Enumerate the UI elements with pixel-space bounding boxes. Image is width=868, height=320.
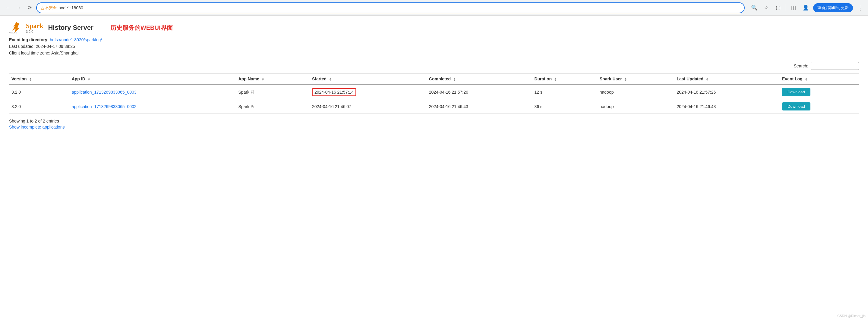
sort-arrows-completed[interactable]: ▲▼ bbox=[453, 77, 456, 81]
annotation-text: 历史服务的WEBUI界面 bbox=[110, 24, 173, 32]
col-completed: Completed ▲▼ bbox=[427, 73, 532, 84]
cell-user-2: hadoop bbox=[597, 99, 675, 114]
search-row: Search: bbox=[9, 62, 859, 70]
timezone: Client local time zone: Asia/Shanghai bbox=[9, 50, 859, 56]
cell-eventlog-2: Download bbox=[780, 99, 859, 114]
sort-arrows-started[interactable]: ▲▼ bbox=[329, 77, 332, 81]
sidebar-icon-btn[interactable]: ◫ bbox=[789, 3, 798, 12]
col-last-updated: Last Updated ▲▼ bbox=[674, 73, 780, 84]
bookmark-icon-btn[interactable]: ☆ bbox=[762, 3, 771, 12]
more-menu-button[interactable]: ⋮ bbox=[856, 4, 864, 12]
address-bar[interactable]: △ 不安全 node1:18080 bbox=[36, 2, 745, 13]
update-button[interactable]: 重新启动即可更新 bbox=[813, 3, 853, 12]
cell-user-1: hadoop bbox=[597, 84, 675, 99]
browser-chrome: ← → ⟳ △ 不安全 node1:18080 🔍 ☆ ▢ ◫ 👤 重新启动即可… bbox=[0, 0, 868, 16]
cell-started-1: 2024-04-16 21:57:14 bbox=[310, 84, 427, 99]
event-log-dir-value[interactable]: hdfs://node1:8020/sparklog/ bbox=[50, 37, 102, 42]
cell-completed-2: 2024-04-16 21:46:43 bbox=[427, 99, 532, 114]
col-event-log: Event Log ▲▼ bbox=[780, 73, 859, 84]
refresh-button[interactable]: ⟳ bbox=[25, 4, 34, 12]
app-id-link-1[interactable]: application_1713269833065_0003 bbox=[72, 90, 136, 95]
col-version: Version ▲▼ bbox=[9, 73, 69, 84]
page-title: History Server bbox=[48, 24, 93, 32]
entries-count: Showing 1 to 2 of 2 entries bbox=[9, 118, 59, 123]
col-app-name: App Name ▲▼ bbox=[236, 73, 310, 84]
table-header-row: Version ▲▼ App ID ▲▼ App Name ▲▼ Started… bbox=[9, 73, 859, 84]
last-updated-label: Last updated: bbox=[9, 44, 35, 49]
sort-arrows-user[interactable]: ▲▼ bbox=[624, 77, 627, 81]
cell-lastupdated-1: 2024-04-16 21:57:26 bbox=[674, 84, 780, 99]
extensions-icon-btn[interactable]: ▢ bbox=[774, 3, 783, 12]
svg-text:APACHE: APACHE bbox=[9, 32, 17, 34]
back-button[interactable]: ← bbox=[4, 4, 12, 12]
spark-logo-icon: APACHE bbox=[9, 22, 24, 34]
cell-lastupdated-2: 2024-04-16 21:46:43 bbox=[674, 99, 780, 114]
timezone-label: Client local time zone: bbox=[9, 50, 50, 56]
table-row: 3.2.0 application_1713269833065_0003 Spa… bbox=[9, 84, 859, 99]
search-input[interactable] bbox=[811, 62, 859, 70]
table-row: 3.2.0 application_1713269833065_0002 Spa… bbox=[9, 99, 859, 114]
sort-arrows-appname[interactable]: ▲▼ bbox=[262, 77, 265, 81]
col-duration: Duration ▲▼ bbox=[532, 73, 597, 84]
sort-arrows-lastupdated[interactable]: ▲▼ bbox=[706, 77, 709, 81]
forward-button[interactable]: → bbox=[14, 4, 23, 12]
cell-version-1: 3.2.0 bbox=[9, 84, 69, 99]
spark-logo: APACHE Spark 3.2.0 bbox=[9, 22, 43, 34]
cell-duration-1: 12 s bbox=[532, 84, 597, 99]
col-spark-user: Spark User ▲▼ bbox=[597, 73, 675, 84]
sort-arrows-appid[interactable]: ▲▼ bbox=[88, 77, 90, 81]
cell-eventlog-1: Download bbox=[780, 84, 859, 99]
cell-completed-1: 2024-04-16 21:57:26 bbox=[427, 84, 532, 99]
started-highlighted-1: 2024-04-16 21:57:14 bbox=[312, 88, 356, 96]
page-content: APACHE Spark 3.2.0 History Server 历史服务的W… bbox=[0, 16, 868, 136]
cell-duration-2: 36 s bbox=[532, 99, 597, 114]
last-updated-value: 2024-04-17 09:38:25 bbox=[36, 44, 75, 49]
page-header: APACHE Spark 3.2.0 History Server 历史服务的W… bbox=[9, 22, 859, 34]
search-icon-btn[interactable]: 🔍 bbox=[749, 3, 758, 12]
last-updated: Last updated: 2024-04-17 09:38:25 bbox=[9, 44, 859, 49]
cell-started-2: 2024-04-16 21:46:07 bbox=[310, 99, 427, 114]
search-label: Search: bbox=[794, 64, 808, 68]
cell-version-2: 3.2.0 bbox=[9, 99, 69, 114]
timezone-value: Asia/Shanghai bbox=[51, 50, 79, 56]
url-display: node1:18080 bbox=[59, 5, 740, 10]
spark-brand-text: Spark 3.2.0 bbox=[26, 22, 43, 33]
download-button-2[interactable]: Download bbox=[782, 102, 810, 110]
cell-appid-2: application_1713269833065_0002 bbox=[69, 99, 236, 114]
event-log-dir-label: Event log directory: bbox=[9, 37, 49, 42]
spark-version: 3.2.0 bbox=[26, 30, 43, 33]
show-incomplete-link[interactable]: Show incomplete applications bbox=[9, 125, 859, 130]
toolbar-right: 🔍 ☆ ▢ ◫ 👤 重新启动即可更新 ⋮ bbox=[749, 3, 864, 12]
table-footer: Showing 1 to 2 of 2 entries Show incompl… bbox=[9, 118, 859, 130]
cell-appid-1: application_1713269833065_0003 bbox=[69, 84, 236, 99]
cell-appname-1: Spark Pi bbox=[236, 84, 310, 99]
profile-icon-btn[interactable]: 👤 bbox=[801, 3, 810, 12]
cell-appname-2: Spark Pi bbox=[236, 99, 310, 114]
sort-arrows-eventlog[interactable]: ▲▼ bbox=[805, 77, 808, 81]
col-app-id: App ID ▲▼ bbox=[69, 73, 236, 84]
app-id-link-2[interactable]: application_1713269833065_0002 bbox=[72, 104, 136, 109]
download-button-1[interactable]: Download bbox=[782, 88, 810, 96]
security-warning: △ 不安全 bbox=[41, 5, 57, 10]
sort-arrows-version[interactable]: ▲▼ bbox=[29, 77, 32, 81]
event-log-dir: Event log directory: hdfs://node1:8020/s… bbox=[9, 37, 859, 42]
toolbar-divider bbox=[786, 4, 786, 11]
sort-arrows-duration[interactable]: ▲▼ bbox=[554, 77, 557, 81]
applications-table: Version ▲▼ App ID ▲▼ App Name ▲▼ Started… bbox=[9, 73, 859, 114]
col-started: Started ▲▼ bbox=[310, 73, 427, 84]
